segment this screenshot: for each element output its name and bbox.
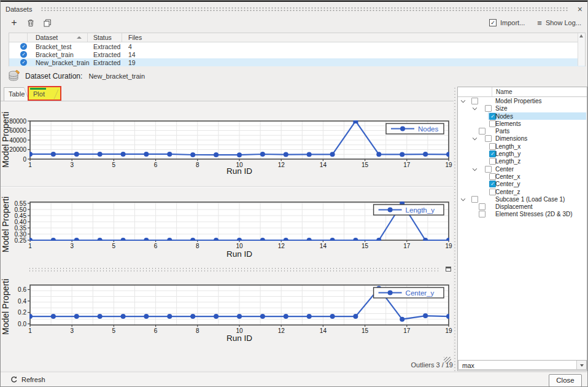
svg-text:0.45: 0.45: [15, 213, 27, 219]
svg-text:8: 8: [196, 243, 199, 249]
splitter-dots: [28, 267, 441, 272]
cell-files: 4: [122, 42, 585, 50]
add-dataset-button[interactable]: +: [7, 17, 21, 28]
refresh-button[interactable]: Refresh: [10, 376, 45, 383]
tree-checkbox[interactable]: [485, 135, 492, 142]
tree-row[interactable]: Subcase 1 (Load Case 1): [458, 195, 587, 203]
svg-text:19: 19: [445, 327, 452, 334]
caret-down-icon[interactable]: [473, 106, 477, 110]
dataset-table: Dataset Status Files ✓Bracket_testExtrac…: [9, 33, 586, 66]
tab-edge-line: [54, 90, 59, 100]
svg-text:17: 17: [403, 327, 411, 334]
tree-row[interactable]: Length_x: [458, 143, 587, 150]
vertical-splitter[interactable]: [454, 87, 457, 371]
resize-grip[interactable]: [444, 357, 451, 362]
restore-window-icon[interactable]: [446, 267, 451, 272]
tree-label: Nodes: [495, 113, 513, 120]
tree-row[interactable]: Center_z: [458, 188, 587, 195]
caret-down-icon[interactable]: [461, 98, 465, 103]
plot-nodes[interactable]: 02000040000600008000013568101214151719No…: [6, 104, 454, 179]
tree-row[interactable]: Elements: [458, 120, 587, 127]
trash-icon: [27, 19, 34, 27]
plot-splitter[interactable]: [1, 265, 453, 275]
cell-dataset: Bracket_test: [28, 42, 88, 50]
svg-text:0.0: 0.0: [18, 321, 26, 327]
tree-label: Center_z: [495, 189, 520, 195]
close-icon[interactable]: ×: [576, 5, 584, 14]
caret-down-icon[interactable]: [461, 197, 465, 201]
caret-down-icon[interactable]: [473, 166, 477, 170]
tree-row[interactable]: Element Stresses (2D & 3D): [458, 210, 587, 217]
window-top-border: [1, 1, 587, 2]
show-log-label: Show Log...: [546, 19, 581, 26]
tree-row[interactable]: Displacement: [458, 203, 587, 210]
tree-label: Center_y: [495, 181, 520, 187]
header-dataset[interactable]: Dataset: [28, 33, 88, 42]
svg-text:8: 8: [196, 162, 199, 168]
tab-table[interactable]: Table: [4, 87, 29, 101]
svg-text:20000: 20000: [9, 146, 26, 153]
svg-text:0.25: 0.25: [15, 237, 27, 244]
tree-row[interactable]: Size: [458, 104, 587, 112]
table-row[interactable]: ✓Bracket_testExtracted4: [9, 42, 585, 50]
tree-row[interactable]: ✓Nodes: [458, 112, 587, 120]
tree-checkbox[interactable]: [479, 128, 485, 135]
svg-text:15: 15: [362, 243, 369, 249]
tree-header-name: Name: [496, 88, 513, 95]
svg-text:14: 14: [320, 162, 327, 168]
svg-text:19: 19: [445, 243, 452, 249]
drag-handle[interactable]: [41, 6, 568, 12]
svg-text:8: 8: [196, 327, 199, 334]
tree-checkbox[interactable]: [471, 196, 478, 203]
tree-checkbox[interactable]: [471, 98, 478, 104]
tree-row[interactable]: Length_z: [458, 157, 587, 165]
svg-text:Nodes: Nodes: [418, 125, 438, 133]
table-row[interactable]: ✓New_bracket_trainExtracted19: [9, 58, 585, 66]
tree-checkbox[interactable]: [485, 105, 492, 112]
datasets-toolbar: + ✓ Import... ≡ Show Log...: [7, 17, 581, 29]
copy-dataset-button[interactable]: [40, 17, 55, 28]
tree-row[interactable]: Parts: [458, 127, 587, 135]
svg-text:17: 17: [403, 162, 411, 168]
import-button[interactable]: ✓ Import...: [489, 19, 525, 26]
footer-bar: Refresh Close: [1, 372, 588, 387]
dropdown-button[interactable]: [576, 361, 586, 369]
tree-label: Subcase 1 (Load Case 1): [495, 196, 565, 203]
svg-text:0: 0: [23, 156, 26, 163]
plot-center-y[interactable]: 0.00.20.40.613568101214151719Center_yRun…: [6, 275, 454, 348]
column-separator: [492, 87, 492, 96]
tree-row[interactable]: ✓Center_y: [458, 180, 587, 187]
database-edit-icon: [8, 70, 20, 82]
svg-text:0.35: 0.35: [15, 225, 27, 232]
tree-row[interactable]: Model Properties: [458, 97, 587, 104]
tree-checkbox[interactable]: [479, 203, 485, 210]
curation-dataset-name: New_bracket_train: [88, 72, 145, 80]
svg-text:0.55: 0.55: [15, 200, 27, 207]
tree-checkbox[interactable]: [479, 211, 485, 217]
svg-text:0.4: 0.4: [18, 298, 26, 305]
cell-status: Extracted: [88, 58, 122, 66]
caret-down-icon[interactable]: [473, 136, 477, 140]
svg-text:Run ID: Run ID: [226, 166, 252, 176]
header-status[interactable]: Status: [88, 33, 122, 42]
svg-text:15: 15: [362, 162, 369, 168]
stat-dropdown[interactable]: max: [458, 360, 587, 370]
show-log-button[interactable]: ≡ Show Log...: [537, 19, 581, 26]
table-scrollbar[interactable]: [578, 33, 585, 66]
svg-text:Run ID: Run ID: [226, 334, 252, 343]
delete-dataset-button[interactable]: [23, 17, 38, 28]
active-tab-indicator: [30, 88, 46, 90]
tree-row[interactable]: ✓Length_y: [458, 150, 587, 157]
close-button[interactable]: Close: [549, 374, 582, 387]
tab-plot[interactable]: Plot: [28, 86, 61, 101]
tree-row[interactable]: Dimensions: [458, 135, 587, 142]
table-row[interactable]: ✓Bracket_trainExtracted14: [9, 50, 585, 58]
tree-label: Length_z: [495, 158, 520, 165]
tree-row[interactable]: Center: [458, 165, 587, 173]
svg-text:1: 1: [28, 162, 32, 168]
stat-dropdown-value: max: [462, 362, 474, 369]
plot-length-y[interactable]: 0.250.300.350.400.450.500.55135681012141…: [6, 189, 454, 260]
tree-checkbox[interactable]: [485, 166, 492, 173]
header-files[interactable]: Files: [122, 33, 585, 42]
tree-row[interactable]: Center_x: [458, 173, 587, 180]
